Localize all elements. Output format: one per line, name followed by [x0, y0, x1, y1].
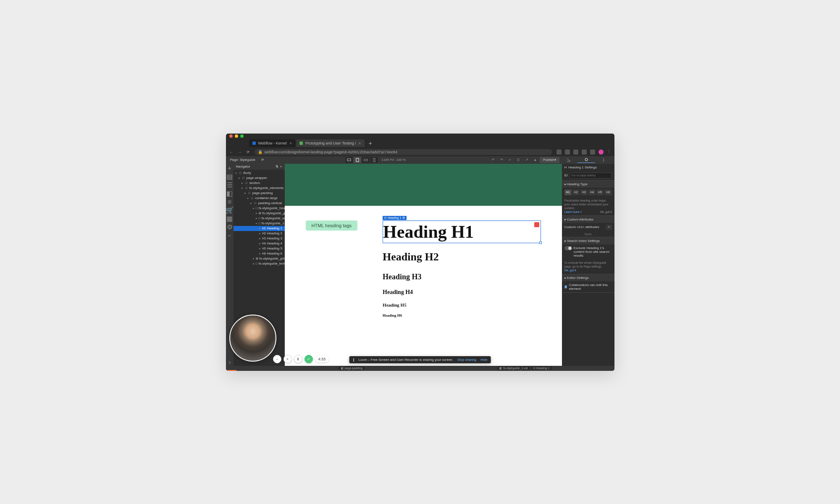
heading-h6[interactable]: Heading H6: [383, 313, 541, 318]
loom-cancel-button[interactable]: ×: [284, 355, 292, 363]
close-panel-icon[interactable]: ×: [280, 165, 282, 168]
tree-item[interactable]: ▸⊞fs-styleguide_grid: [234, 256, 285, 261]
tree-item[interactable]: ▸□Body: [234, 171, 285, 176]
add-element-icon[interactable]: +: [227, 165, 233, 171]
canvas[interactable]: HTML heading tags H Heading 1 ⚙ Heading …: [285, 164, 562, 371]
apps-icon[interactable]: [fs: [227, 233, 233, 239]
resize-handle-icon[interactable]: [539, 242, 542, 244]
collapse-icon[interactable]: ⇅: [276, 165, 278, 168]
id-input[interactable]: [570, 173, 612, 178]
heading-h4[interactable]: Heading H4: [383, 289, 541, 296]
pages-icon[interactable]: ▤: [227, 174, 233, 180]
style-panel-tab[interactable]: [560, 157, 578, 163]
tree-item[interactable]: ▸H3Heading 3: [234, 236, 285, 241]
navigator-icon[interactable]: ☰: [227, 182, 233, 188]
tree-item[interactable]: ▸□section: [234, 181, 285, 186]
tree-item[interactable]: ▸H6Heading 6: [234, 251, 285, 256]
menu-icon[interactable]: ⋮: [607, 150, 611, 154]
tree-item[interactable]: ▸H2Heading 2: [234, 231, 285, 236]
tree-item[interactable]: ▸□fs-styleguide_text-styl: [234, 261, 285, 266]
tree-item[interactable]: ▸□container-large: [234, 196, 285, 201]
new-tab-button[interactable]: +: [365, 140, 375, 147]
help-icon[interactable]: ?: [227, 360, 233, 366]
maximize-window-icon[interactable]: [240, 134, 244, 138]
export-icon[interactable]: ↗: [523, 157, 530, 163]
tree-item[interactable]: ▸H5Heading 5: [234, 246, 285, 251]
url-text: webflow.com/design/kernel-landing-page?p…: [265, 150, 398, 154]
heading-type-h2[interactable]: H2: [572, 189, 580, 195]
heading-h2[interactable]: Heading H2: [383, 251, 541, 263]
got-it-button[interactable]: Ok, got it: [600, 210, 612, 214]
components-icon[interactable]: ◧: [227, 191, 233, 197]
tree-item[interactable]: ▸□padding-vertical: [234, 201, 285, 206]
collab-checkbox[interactable]: [564, 285, 567, 289]
redo-icon[interactable]: ↷: [498, 157, 505, 163]
tree-item[interactable]: ▸H1Heading 1: [234, 226, 285, 231]
close-tab-icon[interactable]: ×: [289, 141, 292, 146]
page-label: Page: Styleguide: [228, 158, 258, 162]
tree-item[interactable]: ▸□fs-styleguide_sect: [234, 216, 285, 221]
breakpoint-mobile-icon[interactable]: [370, 157, 378, 163]
ok-got-it-link[interactable]: Ok, got it: [564, 269, 576, 272]
heading-h1[interactable]: Heading H1: [383, 222, 540, 242]
extension-icon[interactable]: [556, 150, 562, 155]
close-tab-icon[interactable]: ×: [358, 141, 361, 146]
breadcrumb-item[interactable]: ◧ fs-styleguide_1-col: [497, 366, 530, 370]
learn-more-link[interactable]: Learn more »: [564, 210, 582, 213]
breakpoint-desktop-icon[interactable]: [345, 157, 353, 163]
reload-icon[interactable]: ⟳: [246, 150, 250, 154]
tree-item[interactable]: ▸□fs-styleguide_headings: [234, 206, 285, 211]
loom-restart-button[interactable]: −: [273, 355, 281, 363]
breadcrumb-item[interactable]: H Heading 1: [531, 366, 552, 370]
extension-icon[interactable]: [573, 150, 578, 155]
tab-prototyping[interactable]: Prototyping and User Testing i ×: [296, 139, 364, 147]
ecommerce-icon[interactable]: 🛒: [227, 207, 233, 213]
loom-pause-button[interactable]: ⏸: [294, 355, 302, 363]
tree-item[interactable]: ▸□page-wrapper: [234, 176, 285, 181]
audit-icon[interactable]: ✓: [506, 157, 514, 163]
minimize-window-icon[interactable]: [235, 134, 238, 138]
tree-item[interactable]: ▸□fs-styleguide_elements: [234, 186, 285, 191]
add-attr-button[interactable]: +: [606, 225, 612, 230]
tree-item[interactable]: ▸□fs-styleguide_1-co: [234, 221, 285, 226]
refresh-icon[interactable]: ⟳: [261, 158, 264, 162]
avatar-icon[interactable]: [598, 150, 604, 155]
undo-icon[interactable]: ↶: [489, 157, 497, 163]
heading-h5[interactable]: Heading H5: [383, 302, 541, 307]
cms-icon[interactable]: ≡: [227, 199, 233, 205]
stop-sharing-button[interactable]: Stop sharing: [457, 358, 476, 362]
heading-type-h6[interactable]: H6: [604, 189, 612, 195]
selected-element[interactable]: H Heading 1 ⚙ Heading H1: [383, 220, 541, 243]
back-icon[interactable]: ←: [229, 150, 234, 154]
exclude-toggle[interactable]: [564, 246, 572, 250]
breadcrumb-item[interactable]: ◧ page-padding: [339, 366, 365, 370]
extension-icon[interactable]: [565, 150, 570, 155]
forward-icon[interactable]: →: [238, 150, 242, 154]
preview-icon[interactable]: ▲: [531, 157, 539, 163]
breakpoint-tablet-icon[interactable]: [354, 157, 361, 163]
loom-stop-button[interactable]: ✓: [304, 355, 313, 363]
tree-item[interactable]: ▸□page-padding: [234, 191, 285, 196]
breakpoint-mobile-l-icon[interactable]: [362, 157, 370, 163]
settings-panel-tab[interactable]: [578, 157, 595, 163]
issue-badge-icon[interactable]: [534, 222, 539, 227]
code-icon[interactable]: ⟨⟩: [514, 157, 522, 163]
loom-webcam[interactable]: [229, 315, 276, 362]
close-window-icon[interactable]: [229, 134, 233, 138]
assets-icon[interactable]: ▦: [227, 216, 233, 222]
hide-toast-button[interactable]: Hide: [480, 358, 487, 362]
heading-h3[interactable]: Heading H3: [383, 273, 541, 281]
heading-type-h1[interactable]: H1: [564, 189, 572, 195]
interactions-panel-tab[interactable]: [595, 157, 613, 163]
url-input[interactable]: 🔒 webflow.com/design/kernel-landing-page…: [255, 149, 552, 155]
publish-button[interactable]: Publish ▾: [540, 157, 559, 163]
tree-item[interactable]: ▸H4Heading 4: [234, 241, 285, 246]
extension-icon[interactable]: [582, 150, 587, 155]
heading-type-h3[interactable]: H3: [580, 189, 588, 195]
extension-icon[interactable]: [590, 150, 595, 155]
tree-item[interactable]: ▸⊞fs-styleguide_grid: [234, 211, 285, 216]
heading-type-h4[interactable]: H4: [588, 189, 596, 195]
settings-icon[interactable]: ⚙: [227, 224, 233, 230]
tab-webflow[interactable]: Webflow - Kernel ×: [249, 139, 296, 147]
heading-type-h5[interactable]: H5: [596, 189, 604, 195]
